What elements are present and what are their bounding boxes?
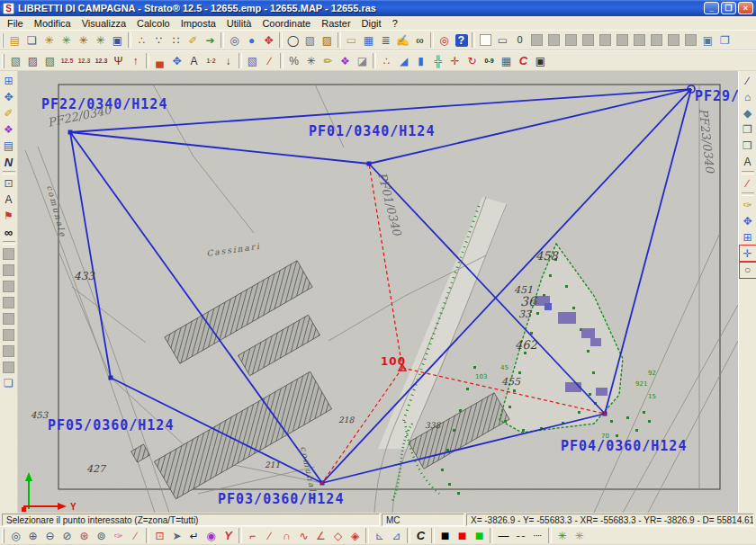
angle-measure-1-icon[interactable]: ⊾ xyxy=(371,527,388,544)
red-segment-icon[interactable]: ∕ xyxy=(740,175,756,192)
menu-imposta[interactable]: Imposta xyxy=(176,16,221,30)
menu-calcolo[interactable]: Calcolo xyxy=(131,16,176,30)
floppy-dark-icon[interactable]: ▣ xyxy=(532,52,549,69)
measure-line-icon[interactable]: ∕ xyxy=(127,527,144,544)
brush-icon[interactable]: ✑ xyxy=(740,197,756,213)
station-marker-PF22[interactable] xyxy=(68,130,73,135)
ramp-icon[interactable]: ◢ xyxy=(395,52,412,69)
glasses-icon[interactable]: ∞ xyxy=(411,31,428,49)
north-icon[interactable]: N xyxy=(1,154,17,170)
copy-front-icon[interactable]: ❐ xyxy=(740,121,756,138)
toolbar-grip[interactable] xyxy=(2,33,4,48)
symbols-off-icon[interactable]: ✳ xyxy=(571,527,588,544)
zoom-out-icon[interactable]: ⊖ xyxy=(41,527,58,544)
polygon-outline-icon[interactable]: ⌂ xyxy=(740,89,756,105)
raster-pan-icon[interactable]: ▧ xyxy=(7,52,24,69)
pencil-arc-icon[interactable]: ✏ xyxy=(320,52,337,69)
station-tool-2-icon[interactable]: ✳ xyxy=(58,31,75,49)
points-xy-icon[interactable]: ∴ xyxy=(133,31,150,49)
eraser-icon[interactable]: ◪ xyxy=(354,52,371,69)
station-tool-1-icon[interactable]: ✳ xyxy=(40,31,58,49)
select-raster-icon[interactable]: ⊡ xyxy=(151,527,168,544)
zoom-box-icon[interactable]: ⊞ xyxy=(1,73,17,89)
text-a-icon[interactable]: A xyxy=(1,192,17,208)
help-icon[interactable]: ? xyxy=(453,31,470,49)
station-marker-PF05[interactable] xyxy=(109,376,113,380)
move-origin-icon[interactable]: ✥ xyxy=(260,31,277,49)
raster-open-icon[interactable]: ▧ xyxy=(41,52,58,69)
colored-balls-icon[interactable]: ∴ xyxy=(378,52,395,69)
image-export-icon[interactable]: ▧ xyxy=(244,52,261,69)
station-tool-3-icon[interactable]: ✳ xyxy=(75,31,92,49)
toolbar-grip[interactable] xyxy=(2,54,4,68)
text-icon[interactable]: A xyxy=(740,154,756,170)
minimize-button[interactable]: _ xyxy=(704,2,719,14)
rotate-icon[interactable]: ↻ xyxy=(464,52,481,69)
move-points-icon[interactable]: ✥ xyxy=(168,52,185,69)
binoculars-icon[interactable]: ∞ xyxy=(1,224,17,240)
line-dashed-icon[interactable]: – – xyxy=(512,527,529,544)
percent-icon[interactable]: % xyxy=(285,52,302,69)
palette-icon[interactable]: ❖ xyxy=(1,121,17,138)
arrow-up-icon[interactable]: ↑ xyxy=(127,52,144,69)
enter-icon[interactable]: ↵ xyxy=(185,527,202,544)
annotation-icon[interactable]: ✍ xyxy=(394,31,411,49)
toolbar-grip[interactable] xyxy=(2,529,4,543)
node-tool-icon[interactable]: ⌐ xyxy=(244,527,261,544)
snapshot-icon[interactable]: ▣ xyxy=(699,31,716,49)
color-black-swatch[interactable]: ■ xyxy=(436,527,454,544)
circle-tool-icon[interactable]: ◯ xyxy=(284,31,302,49)
zoom-lens-icon[interactable]: ◎ xyxy=(226,31,243,49)
station-tool-4-icon[interactable]: ✳ xyxy=(92,31,109,49)
battery-icon[interactable]: ▭ xyxy=(494,31,511,49)
menu-coordinate[interactable]: Coordinate xyxy=(256,16,316,30)
line-red-icon[interactable]: ∕ xyxy=(261,527,278,544)
move-blue-icon[interactable]: ✥ xyxy=(740,213,756,229)
column-icon[interactable]: ▮ xyxy=(412,52,429,69)
map-canvas[interactable]: Y 4334534274584513633462455338218211comu… xyxy=(18,71,738,513)
pointer-icon[interactable]: ➤ xyxy=(168,527,185,544)
zoom-in-icon[interactable]: ⊕ xyxy=(24,527,41,544)
star-move-icon[interactable]: ✳ xyxy=(302,52,320,69)
scale-12-3b-icon[interactable]: 12.3 xyxy=(93,52,110,69)
menu-raster[interactable]: Raster xyxy=(316,16,356,30)
ref-grid-icon[interactable]: ⊞ xyxy=(740,229,756,246)
menu-modifica[interactable]: Modifica xyxy=(29,16,76,30)
save-icon[interactable]: ▣ xyxy=(109,31,126,49)
polygon-red-icon[interactable]: ◇ xyxy=(329,527,346,544)
scale-12-3-icon[interactable]: 12.3 xyxy=(76,52,93,69)
menu-visualizza[interactable]: Visualizza xyxy=(76,16,131,30)
station-figure-icon[interactable]: Ψ xyxy=(110,52,127,69)
layers-icon[interactable]: ❐ xyxy=(716,31,734,49)
draw-pencil-icon[interactable]: ✐ xyxy=(1,105,17,121)
pencil-icon[interactable]: ✐ xyxy=(184,31,202,49)
select-box-icon[interactable]: ⊡ xyxy=(1,175,17,192)
printer-icon[interactable]: ≣ xyxy=(377,31,394,49)
restore-button[interactable]: ❐ xyxy=(721,2,736,14)
symbols-on-icon[interactable]: ✳ xyxy=(554,527,571,544)
image-tool-1-icon[interactable]: ▧ xyxy=(302,31,319,49)
notes-icon[interactable]: ▤ xyxy=(1,138,17,154)
curve-c-icon[interactable]: C xyxy=(412,527,429,544)
eye-icon[interactable]: ◉ xyxy=(202,527,220,544)
filter-icon[interactable]: Y xyxy=(220,527,237,544)
pan-icon[interactable]: ✥ xyxy=(1,89,17,105)
line-solid-icon[interactable]: — xyxy=(495,527,512,544)
polygon-x-red-icon[interactable]: ◈ xyxy=(346,527,364,544)
points-xyz-icon[interactable]: ∵ xyxy=(150,31,167,49)
flag-icon[interactable]: ⚑ xyxy=(1,208,17,224)
line-icon[interactable]: ∕ xyxy=(740,73,756,89)
arrow-down-icon[interactable]: ↓ xyxy=(220,52,237,69)
zoom-selected-icon[interactable]: ⊛ xyxy=(76,527,93,544)
numbering-icon[interactable]: 1·2 xyxy=(202,52,220,69)
grid-green-icon[interactable]: ╬ xyxy=(429,52,446,69)
redraw-brush-icon[interactable]: ✑ xyxy=(110,527,127,544)
field-books-icon[interactable]: ▤ xyxy=(6,31,23,49)
menu-help[interactable]: ? xyxy=(387,16,403,30)
points-edit-icon[interactable]: ∷ xyxy=(167,31,184,49)
station-marker-PF01[interactable] xyxy=(367,162,372,166)
color-green-swatch[interactable]: ■ xyxy=(471,527,488,544)
angle-measure-2-icon[interactable]: ⊿ xyxy=(388,527,405,544)
red-cross-icon[interactable]: ✛ xyxy=(446,52,464,69)
ruler-icon[interactable]: ▭ xyxy=(343,31,360,49)
